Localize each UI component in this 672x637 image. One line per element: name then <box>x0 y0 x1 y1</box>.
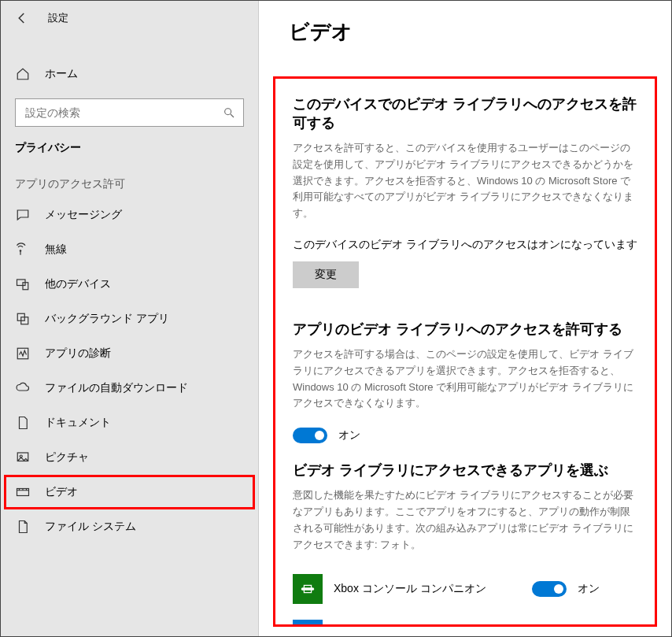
app-row-xbox: Xbox コンソール コンパニオン オン <box>293 568 637 609</box>
sidebar-item-label: ビデオ <box>45 485 78 499</box>
section1-heading: このデバイスでのビデオ ライブラリへのアクセスを許可する <box>293 94 637 132</box>
sidebar-item-documents[interactable]: ドキュメント <box>15 406 244 440</box>
highlighted-region: このデバイスでのビデオ ライブラリへのアクセスを許可する アクセスを許可すると、… <box>273 76 657 627</box>
pictures-icon <box>15 450 31 465</box>
sidebar-item-label: ドキュメント <box>45 416 111 430</box>
app-row-camera: カメラ オン <box>293 614 637 627</box>
sidebar-item-label: アプリの診断 <box>45 346 111 361</box>
sidebar-item-label: ファイルの自動ダウンロード <box>45 381 188 395</box>
titlebar: 設定 <box>1 1 258 35</box>
window-title: 設定 <box>48 11 68 25</box>
sidebar-item-pictures[interactable]: ピクチャ <box>15 440 244 475</box>
section2-description: アクセスを許可する場合は、このページの設定を使用して、ビデオ ライブラリにアクセ… <box>293 346 637 412</box>
document-icon <box>15 415 31 431</box>
content-pane: ビデオ このデバイスでのビデオ ライブラリへのアクセスを許可する アクセスを許可… <box>259 1 671 636</box>
camera-icon <box>293 620 323 627</box>
sidebar-item-messaging[interactable]: メッセージング <box>15 198 244 232</box>
radio-icon <box>15 242 31 257</box>
video-icon <box>15 484 31 500</box>
page-title: ビデオ <box>289 18 671 46</box>
sidebar-item-label: 他のデバイス <box>45 277 111 291</box>
sidebar-item-file-system[interactable]: ファイル システム <box>15 509 244 544</box>
sidebar-item-label: ファイル システム <box>45 520 136 534</box>
settings-window: 設定 ホーム プライバシー アプリのアクセス許可 メッセージング <box>0 0 672 637</box>
svg-rect-6 <box>17 348 28 359</box>
message-icon <box>15 207 31 223</box>
sidebar-item-app-diagnostics[interactable]: アプリの診断 <box>15 336 244 371</box>
sidebar-item-auto-downloads[interactable]: ファイルの自動ダウンロード <box>15 371 244 406</box>
background-apps-icon <box>15 311 31 327</box>
search-icon <box>223 106 235 119</box>
svg-point-0 <box>225 109 231 115</box>
sidebar-item-label: メッセージング <box>45 208 122 222</box>
svg-point-1 <box>20 250 21 252</box>
sidebar-item-radios[interactable]: 無線 <box>15 232 244 267</box>
section3-heading: ビデオ ライブラリにアクセスできるアプリを選ぶ <box>293 461 637 480</box>
section3-description: 意図した機能を果たすためにビデオ ライブラリにアクセスすることが必要なアプリもあ… <box>293 487 637 553</box>
app-name: Xbox コンソール コンパニオン <box>334 582 507 596</box>
sidebar-item-videos[interactable]: ビデオ <box>4 475 255 509</box>
sidebar-item-label: ピクチャ <box>45 450 89 465</box>
devices-icon <box>15 276 31 292</box>
xbox-icon <box>293 574 323 604</box>
apps-access-toggle[interactable] <box>293 428 327 443</box>
diagnostics-icon <box>15 346 31 361</box>
apps-access-toggle-label: オン <box>338 428 360 443</box>
sidebar-item-other-devices[interactable]: 他のデバイス <box>15 267 244 302</box>
section1-description: アクセスを許可すると、このデバイスを使用するユーザーはこのページの設定を使用して… <box>293 140 637 222</box>
sidebar-item-background-apps[interactable]: バックグラウンド アプリ <box>15 302 244 336</box>
app-toggle-label: オン <box>578 582 600 596</box>
section1-status: このデバイスのビデオ ライブラリへのアクセスはオンになっています <box>293 238 637 252</box>
home-icon <box>15 66 31 82</box>
file-system-icon <box>15 519 31 535</box>
change-button[interactable]: 変更 <box>293 261 359 288</box>
sidebar-section-title: プライバシー <box>15 141 244 155</box>
sidebar: 設定 ホーム プライバシー アプリのアクセス許可 メッセージング <box>1 1 259 636</box>
section2-heading: アプリのビデオ ライブラリへのアクセスを許可する <box>293 320 637 339</box>
sidebar-group-title: アプリのアクセス許可 <box>15 177 244 191</box>
cloud-download-icon <box>15 380 31 396</box>
sidebar-item-label: バックグラウンド アプリ <box>45 312 169 326</box>
sidebar-item-label: 無線 <box>45 243 67 257</box>
sidebar-item-home[interactable]: ホーム <box>15 57 244 91</box>
app-toggle-xbox[interactable] <box>532 581 567 597</box>
sidebar-home-label: ホーム <box>45 67 78 81</box>
back-icon[interactable] <box>15 11 29 25</box>
search-input-container[interactable] <box>15 98 244 127</box>
search-input[interactable] <box>24 106 200 120</box>
